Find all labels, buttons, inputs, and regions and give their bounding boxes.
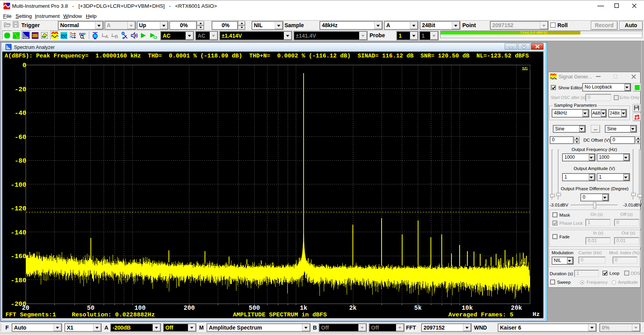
svg-text:-160: -160 — [10, 253, 26, 260]
svg-text:20k: 20k — [511, 305, 522, 312]
svg-text:50: 50 — [87, 305, 94, 312]
svg-text:200: 200 — [184, 305, 195, 312]
svg-text:FFT Segments:1: FFT Segments:1 — [5, 311, 56, 318]
svg-text:-140: -140 — [10, 229, 26, 236]
svg-text:Hz: Hz — [533, 311, 540, 318]
svg-text:Averaged Frames: 5: Averaged Frames: 5 — [448, 311, 513, 318]
svg-text:-80: -80 — [14, 157, 26, 165]
svg-text:-100: -100 — [10, 181, 26, 189]
svg-text:500: 500 — [249, 305, 260, 312]
svg-text:100: 100 — [134, 305, 146, 312]
svg-text:888: 888 — [32, 33, 38, 38]
svg-text:P: P — [83, 32, 86, 36]
svg-text:20: 20 — [22, 305, 29, 312]
svg-text:-180: -180 — [10, 277, 26, 284]
svg-text:-40: -40 — [14, 109, 26, 117]
svg-text:-20: -20 — [14, 86, 26, 93]
svg-text:2k: 2k — [349, 305, 357, 312]
svg-text:1k: 1k — [300, 305, 307, 312]
svg-text:DUT: DUT — [61, 34, 68, 37]
svg-text:5k: 5k — [414, 305, 422, 312]
svg-text:Resolution: 0.0228882Hz: Resolution: 0.0228882Hz — [72, 311, 155, 318]
svg-text:B: B — [115, 34, 118, 39]
svg-text:AMPLITUDE SPECTRUM in dBFS: AMPLITUDE SPECTRUM in dBFS — [233, 311, 327, 318]
svg-text:0: 0 — [23, 62, 26, 69]
svg-text:-120: -120 — [10, 205, 26, 212]
svg-text:10k: 10k — [462, 305, 473, 312]
svg-text:-60: -60 — [14, 134, 26, 141]
svg-text:A: A — [105, 34, 108, 39]
